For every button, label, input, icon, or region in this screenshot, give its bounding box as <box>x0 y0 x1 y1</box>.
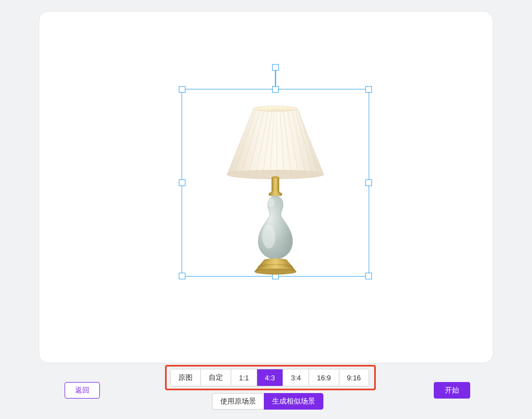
back-button[interactable]: 返回 <box>65 382 100 399</box>
svg-point-16 <box>272 176 279 178</box>
start-button[interactable]: 开始 <box>434 382 470 399</box>
svg-point-23 <box>254 269 296 274</box>
svg-point-19 <box>262 225 275 249</box>
scene-mode-group: 使用原场景 生成相似场景 <box>212 393 323 410</box>
ratio-original-button[interactable]: 原图 <box>171 369 201 386</box>
ratio-9-16-button[interactable]: 9:16 <box>339 369 369 386</box>
ratio-16-9-button[interactable]: 16:9 <box>309 369 339 386</box>
selection-bounding-box[interactable] <box>182 89 369 277</box>
ratio-custom-button[interactable]: 自定 <box>201 369 231 386</box>
svg-rect-18 <box>269 193 282 196</box>
aspect-ratio-group: 原图 自定 1:1 4:3 3:4 16:9 9:16 <box>170 369 369 386</box>
ratio-3-4-button[interactable]: 3:4 <box>283 369 309 386</box>
ratio-1-1-button[interactable]: 1:1 <box>231 369 257 386</box>
canvas-area[interactable] <box>39 11 493 363</box>
use-original-scene-button[interactable]: 使用原场景 <box>212 393 264 410</box>
generate-similar-scene-button[interactable]: 生成相似场景 <box>264 393 323 410</box>
svg-rect-15 <box>272 177 279 193</box>
rotation-handle[interactable] <box>272 64 279 71</box>
lamp-image[interactable] <box>182 89 369 276</box>
ratio-4-3-button[interactable]: 4:3 <box>257 369 283 386</box>
svg-point-0 <box>253 106 297 112</box>
svg-point-20 <box>268 198 274 207</box>
